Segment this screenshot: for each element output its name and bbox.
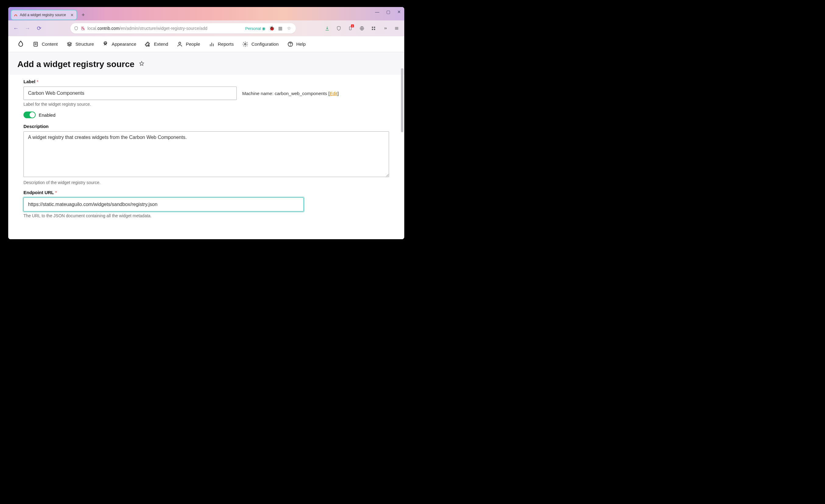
machine-name-edit-link[interactable]: Edit	[330, 91, 338, 96]
svg-rect-6	[372, 29, 373, 30]
field-endpoint: Endpoint URL * The URL to the JSON docum…	[23, 190, 389, 218]
nav-reports[interactable]: Reports	[209, 41, 234, 47]
nav-label: Extend	[154, 42, 168, 47]
nav-structure[interactable]: Structure	[66, 41, 94, 47]
page-header: Add a widget registry source	[8, 52, 404, 75]
svg-rect-7	[374, 29, 375, 30]
page-title: Add a widget registry source	[17, 59, 134, 69]
nav-extend[interactable]: Extend	[145, 41, 168, 47]
drupal-logo-icon[interactable]	[17, 40, 24, 48]
description-help-text: Description of the widget registry sourc…	[23, 180, 389, 185]
nav-label: Configuration	[251, 42, 279, 47]
enabled-label: Enabled	[39, 113, 56, 118]
vertical-scrollbar[interactable]	[401, 68, 403, 132]
admin-nav-bar: Content Structure Appearance Extend Peop…	[8, 36, 404, 52]
tab-favicon-icon	[14, 13, 18, 17]
svg-rect-4	[372, 27, 373, 28]
nav-help[interactable]: Help	[287, 41, 306, 47]
close-window-icon[interactable]: ✕	[396, 9, 402, 14]
reload-button[interactable]: ⟳	[34, 24, 44, 33]
svg-point-20	[290, 45, 290, 46]
svg-rect-5	[374, 27, 375, 28]
endpoint-url-input[interactable]	[23, 198, 304, 211]
url-bar[interactable]: local.contrib.com/en/admin/structure/wid…	[70, 23, 296, 33]
svg-point-18	[245, 43, 246, 45]
browser-tab[interactable]: Add a widget registry source ✕	[11, 10, 77, 20]
bookmark-star-icon[interactable]: ☆	[286, 25, 292, 31]
label-input[interactable]	[23, 86, 237, 100]
minimize-icon[interactable]: —	[374, 9, 380, 14]
shield-icon[interactable]	[74, 26, 78, 30]
field-label: Label * Machine name: carbon_web_compone…	[23, 79, 389, 106]
machine-name-display: Machine name: carbon_web_components [Edi…	[242, 91, 339, 96]
nav-configuration[interactable]: Configuration	[242, 41, 279, 47]
maximize-icon[interactable]: ▢	[385, 9, 391, 14]
label-label: Label *	[23, 79, 389, 84]
description-textarea[interactable]: A widget registry that creates widgets f…	[23, 131, 389, 177]
notification-icon[interactable]: 1	[346, 24, 355, 33]
insecure-icon[interactable]	[81, 26, 85, 30]
tab-bar: Add a widget registry source ✕ +	[8, 7, 404, 20]
tab-title: Add a widget registry source	[20, 13, 68, 17]
container-label[interactable]: Personal ◉	[244, 26, 267, 31]
url-text: local.contrib.com/en/admin/structure/wid…	[87, 26, 242, 31]
nav-label: Appearance	[111, 42, 136, 47]
favorite-star-icon[interactable]	[139, 61, 145, 68]
new-tab-button[interactable]: +	[79, 11, 87, 19]
page-content: Content Structure Appearance Extend Peop…	[8, 36, 404, 239]
nav-people[interactable]: People	[177, 41, 200, 47]
menu-icon[interactable]	[392, 24, 401, 33]
nav-label: Structure	[76, 42, 94, 47]
overflow-icon[interactable]	[380, 24, 390, 33]
adblock-icon[interactable]	[334, 24, 343, 33]
download-icon[interactable]	[323, 24, 332, 33]
label-help-text: Label for the widget registry source.	[23, 102, 389, 106]
endpoint-help-text: The URL to the JSON document containing …	[23, 213, 389, 218]
nav-label: Content	[42, 42, 58, 47]
back-button[interactable]: ←	[11, 24, 20, 33]
tab-close-icon[interactable]: ✕	[70, 13, 74, 17]
nav-label: People	[186, 42, 200, 47]
form-area: Label * Machine name: carbon_web_compone…	[8, 75, 404, 229]
description-label: Description	[23, 124, 389, 129]
qr-icon[interactable]: ▦	[277, 25, 284, 31]
toggle-knob	[29, 112, 35, 118]
browser-toolbar: ← → ⟳ local.contrib.com/en/admin/structu…	[8, 20, 404, 36]
forward-button[interactable]: →	[23, 24, 32, 33]
notification-badge: 1	[351, 24, 354, 27]
browser-window: Add a widget registry source ✕ + — ▢ ✕ ←…	[8, 7, 404, 239]
nav-appearance[interactable]: Appearance	[102, 41, 136, 47]
globe-icon[interactable]	[357, 24, 367, 33]
svg-point-14	[179, 42, 181, 44]
enabled-toggle[interactable]	[23, 112, 35, 118]
nav-content[interactable]: Content	[32, 41, 58, 47]
apps-icon[interactable]	[369, 24, 378, 33]
field-enabled: Enabled	[23, 112, 389, 118]
window-controls: — ▢ ✕	[374, 9, 402, 14]
bug-icon[interactable]: 🐞	[269, 25, 275, 31]
nav-label: Reports	[218, 42, 234, 47]
field-description: Description A widget registry that creat…	[23, 124, 389, 185]
nav-label: Help	[296, 42, 306, 47]
endpoint-label: Endpoint URL *	[23, 190, 389, 195]
